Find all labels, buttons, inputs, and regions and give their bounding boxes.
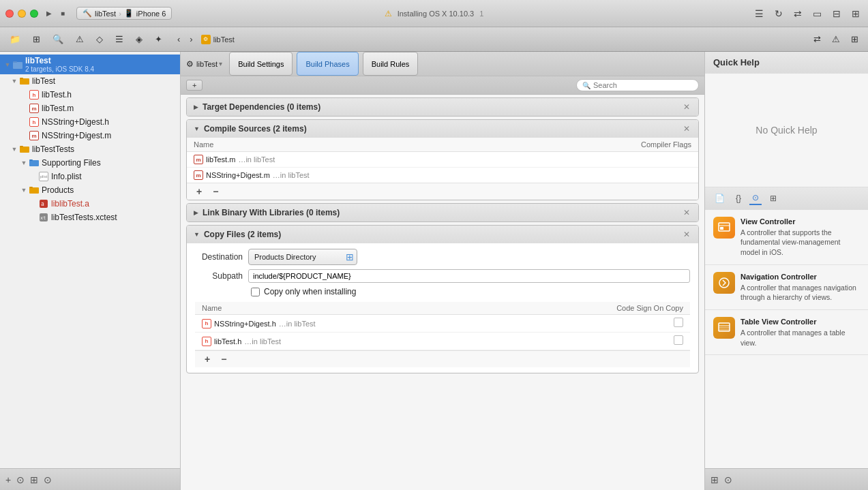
rpanel-grid-button[interactable]: ⊞ — [767, 192, 779, 204]
compile-sources-close-button[interactable]: ✕ — [682, 124, 691, 134]
tab-build-settings[interactable]: Build Settings — [229, 52, 293, 76]
sidebar-item-xctest[interactable]: xt libTestTests.xctest — [0, 211, 180, 224]
toolbar2-right-buttons: ⇄ ⚠ ⊞ — [809, 33, 863, 46]
info-plist-label: Info.plist — [51, 172, 82, 181]
separator-label: › — [119, 10, 121, 18]
play-button[interactable]: ▶ — [44, 8, 55, 19]
subpath-input[interactable] — [248, 269, 690, 283]
maximize-button[interactable] — [30, 10, 38, 18]
vcs-btn[interactable]: ◇ — [92, 33, 107, 46]
add-phase-button[interactable]: + — [186, 80, 203, 91]
supporting-files-label: Supporting Files — [42, 158, 101, 168]
rpanel-code-button[interactable]: {} — [733, 192, 744, 204]
nsstring-h-icon: h — [29, 117, 40, 127]
rpanel-bottom-circle-btn[interactable]: ⊙ — [724, 474, 732, 485]
sidebar-item-nsstring-m[interactable]: m NSString+Digest.m — [0, 129, 180, 142]
root-expand-icon: ▼ — [3, 61, 12, 68]
close-button[interactable] — [5, 10, 14, 18]
phase-target-dependencies: ▶ Target Dependencies (0 items) ✕ — [186, 97, 699, 117]
list-view-button[interactable]: ☰ — [752, 7, 766, 20]
copy-row2-checkbox[interactable] — [674, 335, 683, 345]
stop-button[interactable]: ■ — [57, 8, 68, 19]
copy-files-footer: + − — [195, 350, 690, 367]
sidebar-item-products[interactable]: ▼ Products — [0, 183, 180, 197]
nc-text: Navigation Controller A controller that … — [740, 272, 860, 303]
tab-build-phases[interactable]: Build Phases — [297, 52, 358, 76]
sidebar-item-nsstring-h[interactable]: h NSString+Digest.h — [0, 115, 180, 129]
phase-target-deps-header[interactable]: ▶ Target Dependencies (0 items) ✕ — [187, 98, 698, 116]
device-icon: 📱 — [124, 9, 134, 18]
copy-files-header[interactable]: ▼ Copy Files (2 items) ✕ — [187, 226, 698, 243]
warning-btn[interactable]: ⚠ — [72, 33, 88, 46]
rpanel-bottom-grid-btn[interactable]: ⊞ — [710, 474, 719, 485]
sidebar-item-info-plist[interactable]: plist Info.plist — [0, 170, 180, 183]
copy-h-icon-1: h — [202, 319, 211, 328]
sidebar-location-button[interactable]: ⊙ — [44, 474, 52, 485]
rpanel-doc-button[interactable]: 📄 — [712, 192, 728, 204]
nav-forward-button[interactable]: › — [185, 33, 196, 46]
back-forward-button[interactable]: ⇄ — [791, 7, 805, 20]
breakpoint-btn[interactable]: ✦ — [151, 33, 166, 46]
expand-btn[interactable]: ⊞ — [847, 33, 863, 46]
search-btn[interactable]: 🔍 — [48, 33, 68, 46]
link-binary-header[interactable]: ▶ Link Binary With Libraries (0 items) ✕ — [187, 204, 698, 221]
search-box: 🔍 — [576, 79, 699, 91]
layout-split-button[interactable]: ⊟ — [830, 7, 843, 20]
sidebar-root-item[interactable]: ▼ libTest 2 targets, iOS SDK 8.4 — [0, 55, 180, 74]
plist-icon: plist — [38, 171, 49, 182]
nav-back-button[interactable]: ‹ — [173, 33, 184, 46]
search-input[interactable] — [593, 81, 693, 89]
destination-row: Destination Products Directory ⊞ — [195, 249, 690, 265]
rpanel-circle-button[interactable]: ⊙ — [749, 192, 762, 205]
nc-title: Navigation Controller — [740, 273, 817, 281]
tab-build-phases-label: Build Phases — [305, 60, 349, 68]
copy-add-button[interactable]: + — [202, 354, 213, 365]
copy-files-close-button[interactable]: ✕ — [682, 230, 691, 239]
sidebar-history-button[interactable]: ⊙ — [16, 474, 25, 485]
svg-rect-5 — [20, 146, 23, 147]
sidebar-item-libtest-m[interactable]: m libTest.m — [0, 102, 180, 115]
layout-triple-button[interactable]: ⊞ — [849, 7, 863, 20]
minimize-button[interactable] — [18, 10, 26, 18]
copy-row1-checkbox[interactable] — [674, 318, 683, 327]
grid-button[interactable]: ⊞ — [29, 33, 44, 46]
compile-row1-filename: libTest.m — [206, 155, 235, 164]
subpath-row: Subpath — [195, 269, 690, 283]
compile-add-button[interactable]: + — [194, 186, 205, 197]
sidebar-filter-button[interactable]: ⊞ — [30, 474, 38, 485]
copy-only-checkbox[interactable] — [251, 288, 260, 296]
sidebar-item-libtesttests[interactable]: ▼ libTestTests — [0, 142, 180, 156]
sidebar-item-supporting-files[interactable]: ▼ Supporting Files — [0, 156, 180, 170]
scheme-selector[interactable]: 🔨 libTest › 📱 iPhone 6 — [76, 7, 172, 20]
compile-sources-header[interactable]: ▼ Compile Sources (2 items) ✕ — [187, 120, 698, 138]
build-phases-content: ▶ Target Dependencies (0 items) ✕ ▼ Comp… — [181, 95, 704, 490]
sidebar-item-libtest-h[interactable]: h libTest.h — [0, 88, 180, 102]
compile-row1-name: m libTest.m …in libTest — [187, 152, 529, 168]
libtest-folder-icon — [19, 76, 30, 87]
svg-rect-14 — [719, 223, 730, 231]
sidebar-item-liblibtest-a[interactable]: a liblibTest.a — [0, 197, 180, 211]
h-file-icon: h — [29, 89, 40, 100]
alert-btn[interactable]: ⚠ — [828, 33, 844, 46]
copy-remove-button[interactable]: − — [218, 354, 229, 365]
libtest-h-label: libTest.h — [42, 90, 72, 99]
link-binary-close-button[interactable]: ✕ — [682, 208, 691, 217]
layout-single-button[interactable]: ▭ — [810, 7, 824, 20]
compile-remove-button[interactable]: − — [210, 186, 221, 197]
tab-build-rules[interactable]: Build Rules — [363, 52, 419, 76]
diff-btn[interactable]: ◈ — [132, 33, 147, 46]
sidebar-add-button[interactable]: + — [5, 474, 11, 485]
svg-rect-6 — [29, 160, 39, 166]
target-deps-close-button[interactable]: ✕ — [682, 102, 691, 112]
refresh-button[interactable]: ↻ — [772, 7, 785, 20]
target-selector[interactable]: ⚙ libTest ▾ — [186, 52, 222, 76]
nav-right-arrows[interactable]: ⇄ — [809, 33, 825, 46]
product-a-icon: a — [38, 198, 49, 209]
scheme-name: libTest — [95, 10, 116, 18]
libtesttests-expand: ▼ — [10, 146, 19, 153]
folder-button[interactable]: 📁 — [5, 33, 25, 46]
issues-btn[interactable]: ☰ — [111, 33, 128, 46]
svg-rect-16 — [720, 227, 723, 230]
destination-dropdown[interactable]: Products Directory ⊞ — [248, 249, 357, 265]
sidebar-item-libtest[interactable]: ▼ libTest — [0, 74, 180, 88]
